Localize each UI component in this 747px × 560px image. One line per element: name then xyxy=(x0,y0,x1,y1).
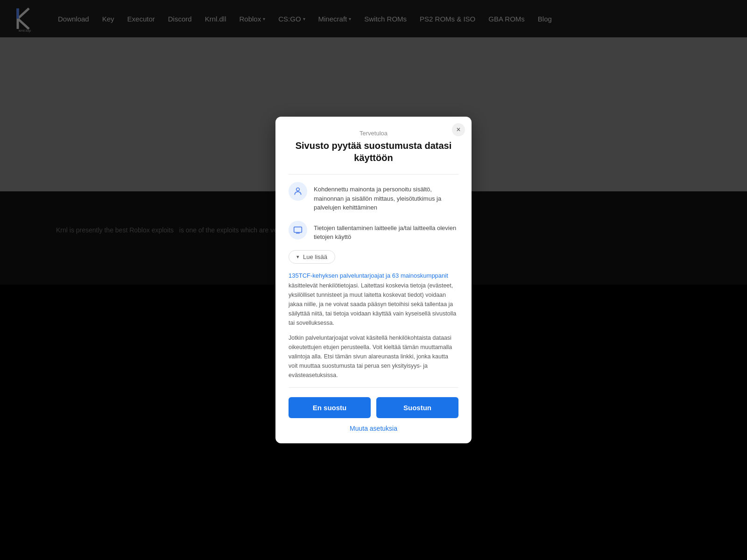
decline-button[interactable]: En suostu xyxy=(289,397,371,418)
modal-overlay: × Tervetuloa Sivusto pyytää suostumusta … xyxy=(0,0,747,560)
consent-text-storage: Tietojen tallentaminen laitteelle ja/tai… xyxy=(314,221,458,242)
modal-close-button[interactable]: × xyxy=(452,123,465,136)
svg-rect-7 xyxy=(294,227,302,232)
consent-modal: × Tervetuloa Sivusto pyytää suostumusta … xyxy=(275,117,472,443)
consent-item-advertising: Kohdennettu mainonta ja personoitu sisäl… xyxy=(289,182,458,212)
modal-actions: En suostu Suostun xyxy=(289,397,458,418)
svg-point-6 xyxy=(296,188,300,191)
person-icon xyxy=(289,182,307,201)
accept-button[interactable]: Suostun xyxy=(376,397,458,418)
expand-button[interactable]: ▾ Lue lisää xyxy=(289,250,335,264)
settings-button[interactable]: Muuta asetuksia xyxy=(289,425,458,432)
additional-text: Jotkin palveluntarjoajat voivat käsitell… xyxy=(289,333,458,380)
consent-item-storage: Tietojen tallentaminen laitteelle ja/tai… xyxy=(289,221,458,242)
modal-subtitle: Tervetuloa xyxy=(289,130,458,137)
consent-text-advertising: Kohdennettu mainonta ja personoitu sisäl… xyxy=(314,182,458,212)
modal-title: Sivusto pyytää suostumusta datasi käyttö… xyxy=(289,140,458,164)
partners-link[interactable]: 135TCF-kehyksen palveluntarjoajat ja 63 … xyxy=(289,272,448,279)
partners-text: 135TCF-kehyksen palveluntarjoajat ja 63 … xyxy=(289,271,458,328)
modal-divider xyxy=(289,174,458,175)
modal-divider-2 xyxy=(289,387,458,388)
chevron-down-icon: ▾ xyxy=(296,254,299,260)
monitor-icon xyxy=(289,221,307,239)
